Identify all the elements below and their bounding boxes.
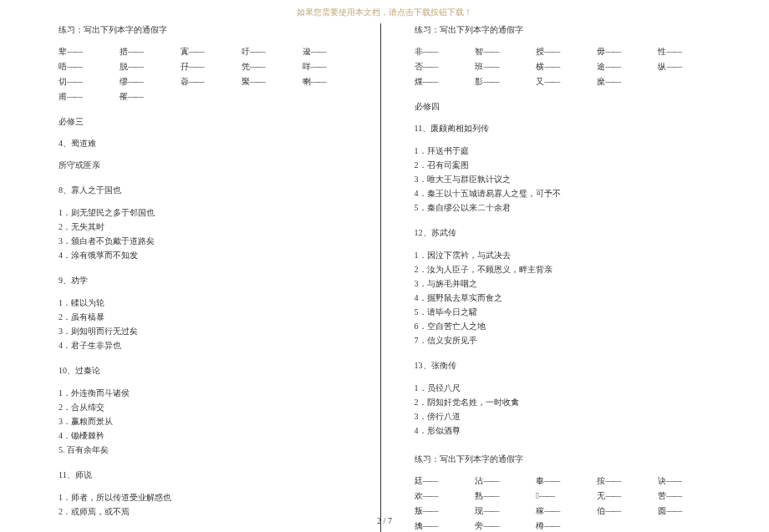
list-item: 3．颁白者不负戴于道路矣 bbox=[59, 234, 364, 248]
page-content: 练习：写出下列本字的通假字 辈—— 措—— 寘—— 吁—— 逡—— 唔—— 脱—… bbox=[0, 0, 769, 532]
watermark-text: 如果您需要使用本文档，请点击下载按钮下载！ bbox=[0, 7, 769, 18]
char-item: 凭—— bbox=[242, 60, 303, 73]
list-item: 1．师者，所以传道受业解惑也 bbox=[59, 490, 364, 504]
char-item: 途—— bbox=[597, 60, 658, 73]
list-item: 5．请毕今日之驩 bbox=[415, 305, 720, 319]
char-item bbox=[303, 90, 364, 104]
char-item: 逡—— bbox=[303, 45, 364, 58]
s4-13-title: 13、张衡传 bbox=[415, 359, 720, 372]
char-item: 措—— bbox=[120, 45, 181, 58]
s3-4-line: 所守或匪亲 bbox=[59, 159, 364, 172]
s4-12-list: 1．因泣下霑衿，与武决去 2．汝为人臣子，不顾恩义，畔主背亲 3．与旃毛并咽之 … bbox=[415, 248, 720, 347]
s3-10-title: 10、过秦论 bbox=[59, 364, 364, 377]
char-item: 蓉—— bbox=[181, 75, 242, 89]
s3-8-title: 8、寡人之于国也 bbox=[59, 184, 364, 197]
list-item: 3．傍行八道 bbox=[415, 409, 720, 423]
list-item: 4．涂有饿莩而不知发 bbox=[59, 248, 364, 262]
char-row: 欢—— 熟—— 𪡏—— 无—— 苦—— bbox=[415, 489, 720, 503]
s3-4-title: 4、蜀道难 bbox=[59, 137, 364, 150]
char-item: 咩—— bbox=[303, 60, 364, 73]
char-item: 又—— bbox=[536, 75, 597, 89]
char-item: 切—— bbox=[59, 75, 120, 89]
char-item: 吁—— bbox=[242, 45, 303, 58]
list-item: 3．与旃毛并咽之 bbox=[415, 276, 720, 291]
s3-8-list: 1．则无望民之多于邻国也 2．无失其时 3．颁白者不负戴于道路矣 4．涂有饿莩而… bbox=[59, 205, 364, 262]
char-item: 苦—— bbox=[658, 489, 719, 503]
list-item: 4．秦王以十五城请易寡人之璧，可予不 bbox=[415, 186, 720, 200]
char-row: 甫—— 罹—— bbox=[59, 90, 364, 104]
char-item: 否—— bbox=[415, 60, 476, 73]
list-item: 4．锄櫌棘矜 bbox=[59, 428, 364, 443]
list-item: 2．召有司案图 bbox=[415, 158, 720, 172]
char-item: 缪—— bbox=[120, 75, 181, 89]
char-item: 辈—— bbox=[59, 45, 120, 58]
char-item: 糜—— bbox=[597, 75, 658, 89]
char-row: 非—— 智—— 授—— 毋—— 性—— bbox=[415, 45, 720, 58]
list-item: 3．唯大王与群臣孰计议之 bbox=[415, 172, 720, 186]
list-item: 1．輮以为轮 bbox=[59, 296, 364, 310]
list-item: 1．员径八尺 bbox=[415, 381, 720, 395]
char-item: 纵—— bbox=[658, 60, 719, 73]
char-grid-right: 非—— 智—— 授—— 毋—— 性—— 否—— 班—— 横—— 途—— 纵—— … bbox=[415, 45, 720, 89]
list-item: 3．赢粮而景从 bbox=[59, 414, 364, 428]
list-item: 2．虽有槁暴 bbox=[59, 310, 364, 324]
list-item: 2．合从缔交 bbox=[59, 400, 364, 414]
char-item: 脱—— bbox=[120, 60, 181, 73]
char-row: 廷—— 沾—— 奉—— 按—— 诀—— bbox=[415, 474, 720, 488]
s3-10-list: 1．外连衡而斗诸侯 2．合从缔交 3．赢粮而景从 4．锄櫌棘矜 5. 百有余年矣 bbox=[59, 386, 364, 457]
char-item: 授—— bbox=[536, 45, 597, 58]
s4-11-title: 11、廉颇蔺相如列传 bbox=[415, 122, 720, 135]
practice-title-right: 练习：写出下列本字的通假字 bbox=[415, 23, 720, 37]
practice-title-left: 练习：写出下列本字的通假字 bbox=[59, 23, 364, 37]
list-item: 4．形似酒尊 bbox=[415, 423, 720, 438]
s3-9-title: 9、劝学 bbox=[59, 274, 364, 287]
char-row: 辈—— 措—— 寘—— 吁—— 逡—— bbox=[59, 45, 364, 58]
char-row: 切—— 缪—— 蓉—— 聚—— 喇—— bbox=[59, 75, 364, 89]
list-item: 5．秦自缪公以来二十余君 bbox=[415, 200, 720, 215]
char-item: 横—— bbox=[536, 60, 597, 73]
section3-title: 必修三 bbox=[59, 115, 364, 129]
list-item: 1．则无望民之多于邻国也 bbox=[59, 205, 364, 220]
char-item: 欢—— bbox=[415, 489, 476, 503]
char-grid-left: 辈—— 措—— 寘—— 吁—— 逡—— 唔—— 脱—— 孖—— 凭—— 咩—— … bbox=[59, 45, 364, 104]
list-item: 3．则知明而行无过矣 bbox=[59, 324, 364, 338]
char-item: 班—— bbox=[475, 60, 536, 73]
list-item: 1．拜送书于庭 bbox=[415, 144, 720, 158]
s4-13-list: 1．员径八尺 2．阴知奸党名姓，一时收禽 3．傍行八道 4．形似酒尊 bbox=[415, 381, 720, 438]
char-item: 孖—— bbox=[181, 60, 242, 73]
list-item: 7．信义安所见乎 bbox=[415, 333, 720, 347]
page-number: 2 / 7 bbox=[0, 516, 769, 525]
char-item: 罹—— bbox=[120, 90, 181, 104]
char-item: 无—— bbox=[597, 489, 658, 503]
char-item bbox=[242, 90, 303, 104]
char-item: 熟—— bbox=[475, 489, 536, 503]
char-item: 毋—— bbox=[597, 45, 658, 58]
char-item: 喇—— bbox=[303, 75, 364, 89]
char-item: 奉—— bbox=[536, 474, 597, 488]
list-item: 2．无失其时 bbox=[59, 220, 364, 234]
list-item: 4．掘野鼠去草实而食之 bbox=[415, 291, 720, 305]
list-item: 2．汝为人臣子，不顾恩义，畔主背亲 bbox=[415, 262, 720, 276]
list-item: 1．外连衡而斗诸侯 bbox=[59, 386, 364, 400]
s3-11-list: 1．师者，所以传道受业解惑也 2．或师焉，或不焉 bbox=[59, 490, 364, 519]
list-item: 6．空自苦亡人之地 bbox=[415, 319, 720, 333]
list-item: 2．阴知奸党名姓，一时收禽 bbox=[415, 395, 720, 409]
char-item: 按—— bbox=[597, 474, 658, 488]
char-row: 否—— 班—— 横—— 途—— 纵—— bbox=[415, 60, 720, 73]
char-row: 唔—— 脱—— 孖—— 凭—— 咩—— bbox=[59, 60, 364, 73]
list-item: 4．君子生非异也 bbox=[59, 338, 364, 352]
char-item: 寘—— bbox=[181, 45, 242, 58]
char-item: 性—— bbox=[658, 45, 719, 58]
char-item: 诀—— bbox=[658, 474, 719, 488]
s3-11-title: 11、师说 bbox=[59, 469, 364, 482]
char-item bbox=[181, 90, 242, 104]
char-item: 𪡏—— bbox=[536, 489, 597, 503]
left-column: 练习：写出下列本字的通假字 辈—— 措—— 寘—— 吁—— 逡—— 唔—— 脱—… bbox=[59, 23, 381, 532]
list-item: 1．因泣下霑衿，与武决去 bbox=[415, 248, 720, 262]
s3-9-list: 1．輮以为轮 2．虽有槁暴 3．则知明而行无过矣 4．君子生非异也 bbox=[59, 296, 364, 352]
practice-title-right2: 练习：写出下列本字的通假字 bbox=[415, 453, 720, 466]
char-item: 廷—— bbox=[415, 474, 476, 488]
char-item: 沾—— bbox=[475, 474, 536, 488]
char-item: 智—— bbox=[475, 45, 536, 58]
right-column: 练习：写出下列本字的通假字 非—— 智—— 授—— 毋—— 性—— 否—— 班—… bbox=[381, 23, 728, 532]
